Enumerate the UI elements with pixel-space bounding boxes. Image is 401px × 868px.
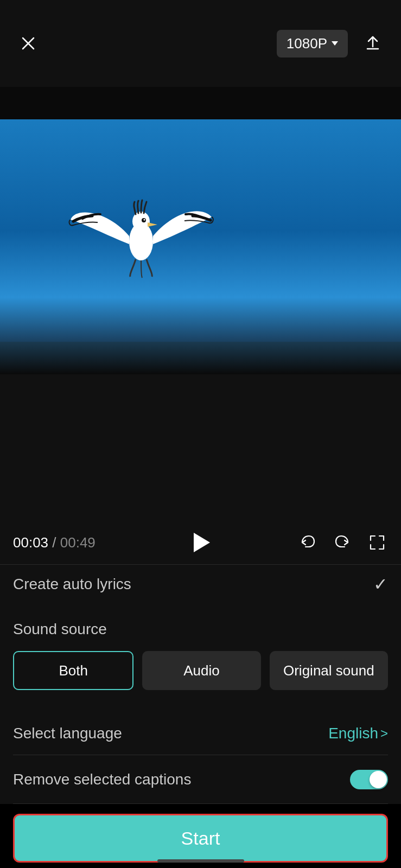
play-button[interactable] (189, 531, 213, 554)
select-language-row[interactable]: Select language English > (13, 712, 388, 755)
sound-source-title: Sound source (13, 621, 388, 638)
time-total: 00:49 (60, 534, 96, 551)
undo-icon (298, 533, 317, 552)
language-value-button[interactable]: English > (328, 725, 388, 742)
fullscreen-icon (367, 533, 387, 552)
sound-source-section: Sound source Both Audio Original sound (13, 621, 388, 690)
video-bottom-overlay (0, 342, 401, 374)
close-icon (21, 36, 36, 51)
resolution-button[interactable]: 1080P (277, 30, 348, 58)
time-current: 00:03 (13, 534, 48, 551)
settings-panel: Sound source Both Audio Original sound S… (0, 603, 401, 804)
video-bg-top (0, 87, 401, 119)
chevron-down-icon (332, 41, 338, 46)
close-button[interactable] (16, 31, 40, 55)
sound-source-buttons: Both Audio Original sound (13, 651, 388, 690)
start-button-label: Start (181, 828, 220, 849)
video-frame (0, 119, 401, 342)
start-button[interactable]: Start (13, 814, 388, 863)
redo-button[interactable] (332, 532, 353, 553)
sound-btn-original[interactable]: Original sound (270, 651, 388, 690)
bird-image (65, 157, 217, 309)
language-chevron-icon: > (380, 726, 388, 741)
language-label: Select language (13, 725, 122, 742)
top-right-controls: 1080P (277, 30, 385, 58)
time-separator: / (52, 534, 60, 551)
start-button-container: Start (0, 797, 401, 868)
upload-button[interactable] (361, 31, 385, 55)
language-value-text: English (328, 725, 378, 742)
auto-lyrics-label: Create auto lyrics (13, 576, 131, 593)
top-bar: 1080P (0, 0, 401, 87)
fullscreen-button[interactable] (366, 532, 388, 553)
auto-lyrics-bar[interactable]: Create auto lyrics ✓ (0, 564, 401, 603)
undo-button[interactable] (297, 532, 319, 553)
checkmark-icon: ✓ (373, 574, 388, 595)
play-icon (194, 533, 210, 552)
home-indicator (157, 859, 244, 863)
remove-captions-toggle[interactable] (350, 770, 388, 789)
upload-icon (364, 35, 381, 52)
playback-controls: 00:03 / 00:49 (0, 521, 401, 564)
resolution-label: 1080P (287, 35, 327, 52)
remove-captions-label: Remove selected captions (13, 771, 191, 788)
sound-btn-both[interactable]: Both (13, 651, 133, 690)
time-display: 00:03 / 00:49 (13, 534, 297, 551)
redo-icon (333, 533, 352, 552)
svg-point-5 (144, 219, 145, 221)
right-playback-controls (297, 532, 388, 553)
toggle-knob (370, 771, 387, 788)
remove-captions-row: Remove selected captions (13, 755, 388, 804)
sound-btn-audio[interactable]: Audio (142, 651, 260, 690)
timeline-area (0, 374, 401, 521)
video-area (0, 87, 401, 374)
